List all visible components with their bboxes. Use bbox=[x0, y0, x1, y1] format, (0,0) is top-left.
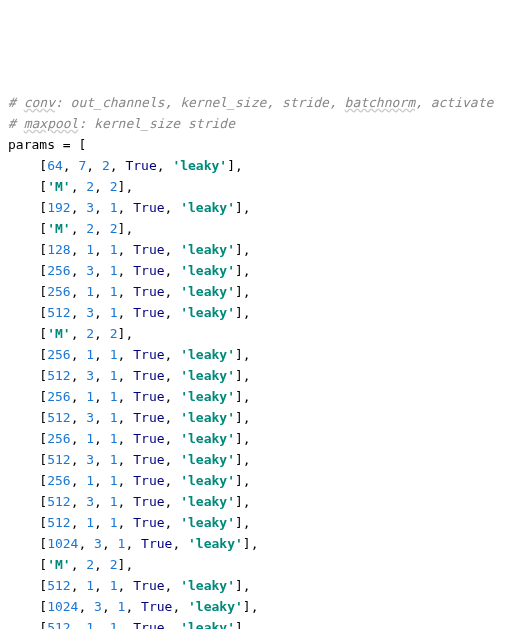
params-list: [64, 7, 2, True, 'leaky'], ['M', 2, 2], … bbox=[8, 155, 512, 629]
code-block: # conv: out_channels, kernel_size, strid… bbox=[8, 71, 512, 629]
comment-maxpool: # maxpool: kernel_size stride bbox=[8, 116, 235, 131]
params-assignment: params = [ bbox=[8, 137, 86, 152]
comment-conv: # conv: out_channels, kernel_size, strid… bbox=[8, 95, 493, 110]
